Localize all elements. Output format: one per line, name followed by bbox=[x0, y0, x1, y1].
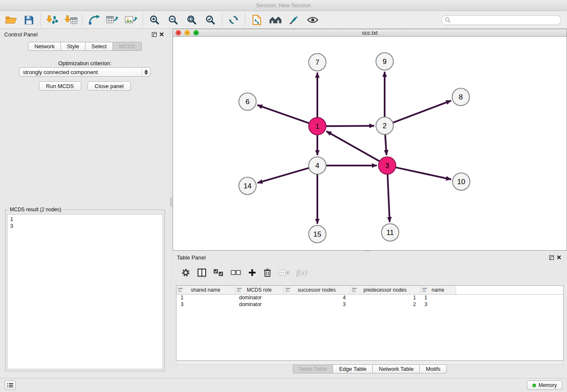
graph-edge[interactable] bbox=[257, 105, 309, 123]
column-header-predecessor-nodes[interactable]: predecessor nodes bbox=[350, 286, 420, 294]
first-neighbors-button[interactable] bbox=[268, 12, 283, 28]
tab-motifs[interactable]: Motifs bbox=[420, 364, 447, 373]
graph-node[interactable]: 2 bbox=[376, 117, 394, 135]
zoom-in-button[interactable] bbox=[147, 12, 162, 28]
refresh-icon bbox=[228, 15, 239, 25]
graph-node[interactable]: 6 bbox=[239, 93, 256, 110]
graph-edge[interactable] bbox=[258, 168, 309, 183]
search-input[interactable] bbox=[453, 17, 558, 23]
save-session-button[interactable] bbox=[21, 12, 36, 28]
new-network-button[interactable] bbox=[86, 12, 102, 28]
tab-select[interactable]: Select bbox=[85, 42, 113, 51]
table-settings-button[interactable] bbox=[181, 268, 190, 277]
zoom-out-button[interactable] bbox=[165, 12, 181, 28]
graph-node[interactable]: 1 bbox=[309, 118, 326, 135]
tab-mcds[interactable]: MCDS bbox=[113, 42, 141, 51]
run-mcds-button[interactable]: Run MCDS bbox=[39, 81, 81, 91]
import-network-button[interactable] bbox=[44, 12, 60, 28]
table-cell[interactable]: 1 bbox=[350, 294, 420, 301]
show-hide-graphics-button[interactable] bbox=[305, 12, 320, 28]
column-header-shared-name[interactable]: shared name bbox=[176, 286, 235, 294]
column-header-name[interactable]: name bbox=[420, 286, 456, 294]
zoom-selected-button[interactable] bbox=[203, 12, 218, 28]
optimization-select[interactable]: strongly connected component bbox=[19, 67, 151, 77]
close-panel-button[interactable] bbox=[158, 30, 165, 38]
add-row-button[interactable] bbox=[248, 268, 256, 277]
graph-edge[interactable] bbox=[396, 167, 451, 179]
graph-node[interactable]: 10 bbox=[453, 173, 470, 190]
open-file-button[interactable] bbox=[3, 12, 19, 28]
table-panel-header: Table Panel bbox=[173, 252, 567, 263]
network-graph[interactable]: 7968124314101511 bbox=[173, 37, 567, 250]
toolbar-separator bbox=[82, 14, 83, 26]
float-panel-button[interactable] bbox=[150, 30, 158, 38]
float-table-panel-button[interactable] bbox=[548, 254, 555, 261]
copy-network-view-button[interactable] bbox=[249, 12, 264, 28]
graph-node[interactable]: 11 bbox=[382, 224, 399, 241]
fit-content-button[interactable] bbox=[184, 12, 199, 28]
table-cell[interactable]: dominator bbox=[235, 301, 284, 308]
clear-selection-button[interactable] bbox=[231, 268, 241, 277]
graph-node[interactable]: 14 bbox=[239, 177, 256, 195]
table-cell[interactable]: 3 bbox=[284, 301, 350, 308]
apply-function-button[interactable]: f(x) bbox=[296, 268, 307, 277]
import-table-icon bbox=[64, 15, 77, 25]
export-table-button[interactable] bbox=[105, 12, 120, 28]
graph-node-label: 10 bbox=[457, 178, 465, 186]
column-header-mcds-role[interactable]: MCDS role bbox=[235, 286, 284, 294]
maximize-window-icon[interactable] bbox=[193, 30, 199, 36]
table-row[interactable]: 1dominator411 bbox=[176, 294, 563, 301]
result-item[interactable]: 3 bbox=[10, 223, 160, 229]
split-table-button[interactable] bbox=[197, 268, 206, 277]
close-mcds-panel-button[interactable]: Close panel bbox=[88, 81, 131, 91]
tab-network[interactable]: Network bbox=[28, 42, 61, 51]
table-cell[interactable]: 1 bbox=[420, 294, 456, 301]
select-all-button[interactable] bbox=[213, 268, 224, 277]
graph-node[interactable]: 9 bbox=[376, 53, 394, 70]
table-cell[interactable]: 1 bbox=[176, 294, 235, 301]
close-table-panel-button[interactable] bbox=[555, 254, 563, 261]
houses-icon bbox=[269, 15, 282, 25]
search-field[interactable] bbox=[441, 15, 561, 25]
columns-icon bbox=[197, 268, 206, 277]
apply-style-button[interactable] bbox=[286, 12, 302, 28]
network-window-title: scc.txt bbox=[173, 30, 567, 36]
minimize-window-icon[interactable] bbox=[184, 30, 190, 36]
table-cell[interactable]: 2 bbox=[350, 301, 420, 308]
graph-node-label: 8 bbox=[459, 93, 462, 101]
table-cell[interactable]: 3 bbox=[420, 301, 456, 308]
graph-node[interactable]: 15 bbox=[309, 226, 326, 243]
network-canvas[interactable]: 7968124314101511 bbox=[173, 37, 567, 250]
tab-edge-table[interactable]: Edge Table bbox=[333, 364, 373, 373]
table-cell[interactable]: 4 bbox=[284, 294, 350, 301]
refresh-view-button[interactable] bbox=[226, 12, 241, 28]
column-header-successor-nodes[interactable]: successor nodes bbox=[284, 286, 350, 294]
export-table-icon bbox=[106, 15, 119, 25]
delete-columns-button[interactable] bbox=[278, 269, 289, 276]
graph-edge[interactable] bbox=[393, 101, 451, 123]
memory-button[interactable]: Memory bbox=[527, 381, 562, 390]
graph-edge[interactable] bbox=[388, 174, 390, 222]
graph-edge[interactable] bbox=[326, 131, 380, 161]
graph-edge[interactable] bbox=[385, 135, 386, 155]
table-row[interactable]: 3dominator323 bbox=[176, 301, 563, 308]
export-image-button[interactable] bbox=[124, 12, 139, 28]
task-history-button[interactable] bbox=[5, 381, 16, 390]
table-cell[interactable]: dominator bbox=[235, 294, 284, 301]
mcds-result-list[interactable]: 13 bbox=[7, 214, 163, 369]
delete-rows-button[interactable] bbox=[263, 268, 272, 277]
graph-edge[interactable] bbox=[326, 126, 374, 126]
result-item[interactable]: 1 bbox=[10, 216, 160, 223]
table-cell[interactable]: 3 bbox=[176, 301, 235, 308]
graph-node[interactable]: 7 bbox=[309, 54, 326, 71]
graph-node[interactable]: 4 bbox=[309, 157, 326, 174]
close-window-icon[interactable] bbox=[176, 30, 181, 36]
import-table-button[interactable] bbox=[63, 12, 78, 28]
tab-node-table[interactable]: Node Table bbox=[293, 364, 333, 373]
tab-network-table[interactable]: Network Table bbox=[373, 364, 420, 373]
graph-node[interactable]: 3 bbox=[379, 157, 396, 174]
graph-node[interactable]: 8 bbox=[452, 88, 470, 106]
vertical-splitter[interactable] bbox=[170, 29, 173, 374]
tab-style[interactable]: Style bbox=[61, 42, 85, 51]
splitter-grip[interactable] bbox=[170, 197, 172, 207]
